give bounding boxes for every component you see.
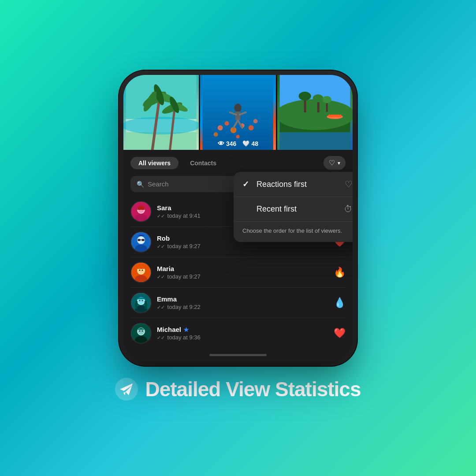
photo-ocean: 👁 346 🤍 48 — [200, 75, 275, 150]
heart-outline-icon: ♡ — [329, 159, 335, 167]
photo-grid: 👁 346 🤍 48 — [123, 75, 353, 150]
viewer-time: ✓✓ today at 9:27 — [157, 243, 328, 249]
svg-point-66 — [142, 300, 143, 301]
photo-island — [277, 75, 353, 150]
home-bar — [209, 354, 267, 356]
search-placeholder: Search — [148, 180, 169, 188]
svg-point-59 — [139, 270, 141, 271]
svg-point-36 — [312, 94, 323, 102]
viewer-info: Emma ✓✓ today at 9:22 — [157, 295, 328, 310]
checkmark-icon: ✓ — [242, 179, 251, 189]
svg-point-32 — [277, 99, 353, 130]
viewer-tabs: All viewers Contacts ♡ ▾ — [123, 150, 353, 174]
svg-point-60 — [142, 270, 143, 271]
svg-point-21 — [253, 119, 258, 123]
viewer-time: ✓✓ today at 9:22 — [157, 304, 328, 310]
eye-icon: 👁 — [218, 140, 224, 147]
heart-icon: 🤍 — [242, 140, 249, 147]
clock-icon: ⏱ — [344, 204, 353, 214]
viewer-time: ✓✓ today at 9:27 — [157, 273, 328, 280]
reaction-emoji: 🔥 — [334, 267, 346, 278]
search-icon: 🔍 — [137, 181, 144, 188]
phone-frame: 👁 346 🤍 48 — [123, 75, 353, 361]
viewer-time: ✓✓ today at 9:36 — [157, 334, 328, 341]
viewer-name: Emma — [157, 295, 328, 303]
view-count: 👁 346 — [218, 140, 236, 147]
read-receipt-icon: ✓✓ — [157, 335, 165, 340]
sort-recent-label: Recent first — [257, 205, 338, 214]
svg-point-71 — [139, 331, 141, 332]
sort-recent-first[interactable]: ✓ Recent first ⏱ — [234, 197, 353, 221]
sort-button[interactable]: ♡ ▾ — [324, 156, 346, 170]
tab-contacts[interactable]: Contacts — [182, 157, 224, 169]
sort-reactions-label: Reactions first — [257, 180, 339, 189]
footer-area: Detailed View Statistics — [115, 377, 361, 401]
heart-outline-icon: ♡ — [345, 179, 353, 190]
list-item: Emma ✓✓ today at 9:22 💧 — [130, 288, 346, 318]
svg-rect-24 — [235, 112, 241, 120]
svg-point-72 — [142, 331, 143, 332]
viewer-info: Michael ★ ✓✓ today at 9:36 — [157, 326, 328, 341]
svg-point-23 — [234, 104, 242, 112]
svg-rect-52 — [138, 239, 141, 241]
sort-dropdown: ✓ Reactions first ♡ ✓ Recent first ⏱ Cho… — [234, 172, 353, 242]
svg-point-65 — [139, 300, 141, 301]
like-count: 🤍 48 — [242, 140, 258, 147]
photo-beach — [123, 75, 199, 150]
views-number: 346 — [226, 140, 236, 147]
viewer-name: Maria — [157, 265, 328, 272]
home-indicator — [123, 348, 353, 361]
read-receipt-icon: ✓✓ — [157, 305, 165, 310]
chevron-down-icon: ▾ — [338, 160, 340, 166]
avatar — [130, 231, 152, 253]
svg-rect-2 — [126, 132, 197, 150]
svg-point-16 — [225, 121, 229, 126]
read-receipt-icon: ✓✓ — [157, 213, 165, 219]
photo-stats: 👁 346 🤍 48 — [200, 140, 275, 147]
read-receipt-icon: ✓✓ — [157, 274, 165, 279]
reaction-emoji: 💧 — [334, 297, 346, 309]
svg-rect-53 — [141, 239, 145, 241]
avatar — [130, 262, 152, 283]
reaction-emoji: ❤️ — [334, 327, 346, 339]
avatar — [130, 323, 152, 344]
svg-point-15 — [218, 125, 223, 130]
telegram-logo — [115, 378, 138, 401]
read-receipt-icon: ✓✓ — [157, 244, 165, 249]
svg-point-20 — [214, 132, 218, 137]
svg-point-3 — [123, 117, 199, 134]
tab-all-viewers[interactable]: All viewers — [130, 157, 178, 169]
avatar — [130, 201, 152, 222]
dropdown-tooltip: Choose the order for the list of viewers… — [234, 222, 353, 242]
svg-point-22 — [236, 135, 240, 138]
premium-badge: ★ — [183, 326, 189, 333]
list-item: Maria ✓✓ today at 9:27 🔥 — [130, 257, 346, 288]
phone-wrapper: 👁 346 🤍 48 — [115, 75, 361, 401]
avatar — [130, 292, 152, 313]
svg-point-34 — [298, 92, 311, 100]
viewer-info: Maria ✓✓ today at 9:27 — [157, 265, 328, 280]
footer-label: Detailed View Statistics — [145, 377, 361, 401]
sort-reactions-first[interactable]: ✓ Reactions first ♡ — [234, 172, 353, 197]
svg-rect-40 — [328, 115, 341, 117]
likes-number: 48 — [251, 140, 258, 147]
viewer-name: Michael ★ — [157, 326, 328, 333]
svg-rect-41 — [279, 132, 350, 150]
svg-point-38 — [322, 96, 331, 103]
list-item: Michael ★ ✓✓ today at 9:36 ❤️ — [130, 318, 346, 348]
svg-point-19 — [249, 125, 254, 130]
